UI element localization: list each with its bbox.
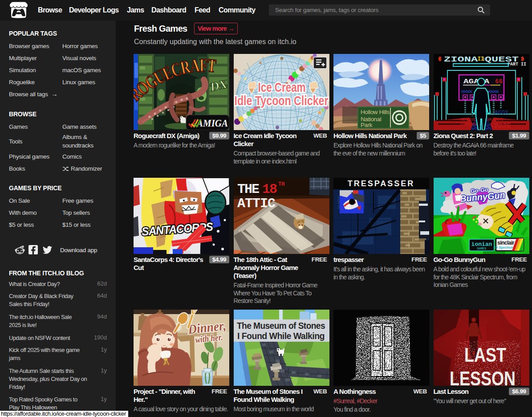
svg-text:AGDX: AGDX <box>494 109 508 116</box>
svg-text:66: 66 <box>495 78 503 85</box>
svg-text:AMIGA: AMIGA <box>196 117 228 129</box>
svg-text:AGAiA: AGAiA <box>463 78 489 86</box>
svg-text:GAMES: GAMES <box>477 247 486 250</box>
svg-text:Idle Tycoon Clicker: Idle Tycoon Clicker <box>234 93 328 108</box>
svg-text:18: 18 <box>262 182 277 197</box>
svg-text:TH: TH <box>278 181 284 188</box>
svg-text:I Found While Walking: I Found While Walking <box>237 331 325 341</box>
svg-text:ZX Spectrum: ZX Spectrum <box>493 245 514 249</box>
svg-text:THE: THE <box>237 182 259 197</box>
svg-text:2025: 2025 <box>493 122 511 130</box>
svg-text:ATTIC: ATTIC <box>237 196 276 211</box>
svg-text:TRESPASSER: TRESPASSER <box>348 179 415 188</box>
svg-text:sinclair: sinclair <box>497 240 514 246</box>
svg-text:Ice Cream: Ice Cream <box>258 80 305 94</box>
svg-text:LAST: LAST <box>464 344 506 366</box>
svg-text:The Museum of Stones: The Museum of Stones <box>237 320 325 331</box>
svg-text:Hollow Hills: Hollow Hills <box>361 109 390 115</box>
svg-text:LESSON: LESSON <box>450 368 516 386</box>
svg-text:Park: Park <box>361 122 373 128</box>
svg-text:PART II: PART II <box>507 62 526 67</box>
svg-text:II: II <box>477 56 483 62</box>
